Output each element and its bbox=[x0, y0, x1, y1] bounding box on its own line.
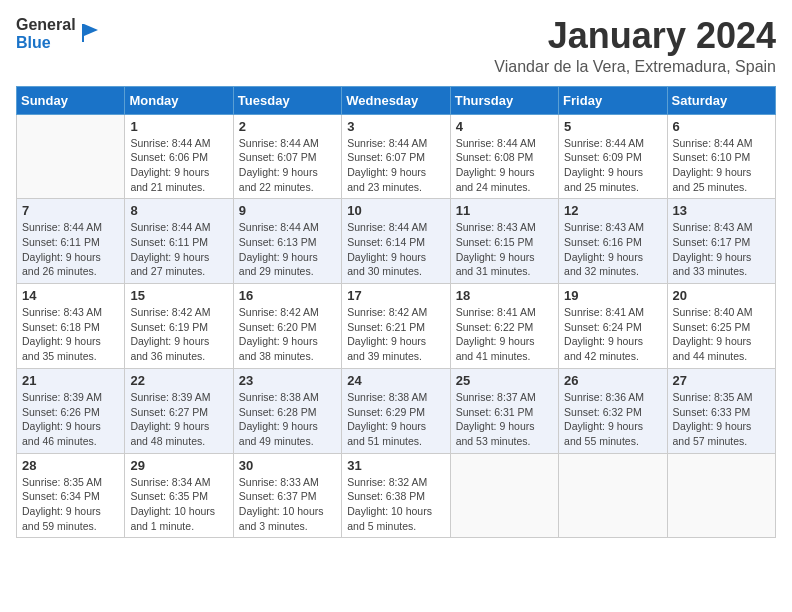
day-number: 9 bbox=[239, 203, 336, 218]
calendar-cell: 21Sunrise: 8:39 AMSunset: 6:26 PMDayligh… bbox=[17, 368, 125, 453]
day-info: Sunrise: 8:41 AMSunset: 6:22 PMDaylight:… bbox=[456, 305, 553, 364]
calendar-cell: 26Sunrise: 8:36 AMSunset: 6:32 PMDayligh… bbox=[559, 368, 667, 453]
day-info: Sunrise: 8:43 AMSunset: 6:16 PMDaylight:… bbox=[564, 220, 661, 279]
day-info: Sunrise: 8:43 AMSunset: 6:18 PMDaylight:… bbox=[22, 305, 119, 364]
weekday-header-wednesday: Wednesday bbox=[342, 86, 450, 114]
calendar-cell bbox=[17, 114, 125, 199]
calendar-cell: 14Sunrise: 8:43 AMSunset: 6:18 PMDayligh… bbox=[17, 284, 125, 369]
day-info: Sunrise: 8:37 AMSunset: 6:31 PMDaylight:… bbox=[456, 390, 553, 449]
day-number: 17 bbox=[347, 288, 444, 303]
day-info: Sunrise: 8:38 AMSunset: 6:29 PMDaylight:… bbox=[347, 390, 444, 449]
calendar-cell: 18Sunrise: 8:41 AMSunset: 6:22 PMDayligh… bbox=[450, 284, 558, 369]
calendar-cell: 16Sunrise: 8:42 AMSunset: 6:20 PMDayligh… bbox=[233, 284, 341, 369]
calendar-cell: 3Sunrise: 8:44 AMSunset: 6:07 PMDaylight… bbox=[342, 114, 450, 199]
day-info: Sunrise: 8:44 AMSunset: 6:08 PMDaylight:… bbox=[456, 136, 553, 195]
calendar-cell: 22Sunrise: 8:39 AMSunset: 6:27 PMDayligh… bbox=[125, 368, 233, 453]
calendar-cell: 6Sunrise: 8:44 AMSunset: 6:10 PMDaylight… bbox=[667, 114, 775, 199]
calendar-cell: 9Sunrise: 8:44 AMSunset: 6:13 PMDaylight… bbox=[233, 199, 341, 284]
calendar-cell: 5Sunrise: 8:44 AMSunset: 6:09 PMDaylight… bbox=[559, 114, 667, 199]
day-info: Sunrise: 8:44 AMSunset: 6:13 PMDaylight:… bbox=[239, 220, 336, 279]
calendar-table: SundayMondayTuesdayWednesdayThursdayFrid… bbox=[16, 86, 776, 539]
calendar-cell bbox=[450, 453, 558, 538]
day-number: 2 bbox=[239, 119, 336, 134]
calendar-cell: 19Sunrise: 8:41 AMSunset: 6:24 PMDayligh… bbox=[559, 284, 667, 369]
day-number: 21 bbox=[22, 373, 119, 388]
day-info: Sunrise: 8:44 AMSunset: 6:07 PMDaylight:… bbox=[239, 136, 336, 195]
calendar-cell: 12Sunrise: 8:43 AMSunset: 6:16 PMDayligh… bbox=[559, 199, 667, 284]
day-info: Sunrise: 8:44 AMSunset: 6:11 PMDaylight:… bbox=[22, 220, 119, 279]
day-number: 27 bbox=[673, 373, 770, 388]
day-info: Sunrise: 8:42 AMSunset: 6:20 PMDaylight:… bbox=[239, 305, 336, 364]
logo-flag-icon bbox=[78, 22, 100, 44]
day-info: Sunrise: 8:43 AMSunset: 6:15 PMDaylight:… bbox=[456, 220, 553, 279]
day-number: 4 bbox=[456, 119, 553, 134]
day-number: 8 bbox=[130, 203, 227, 218]
day-number: 13 bbox=[673, 203, 770, 218]
header: General Blue January 2024 Viandar de la … bbox=[16, 16, 776, 76]
calendar-cell bbox=[667, 453, 775, 538]
day-number: 11 bbox=[456, 203, 553, 218]
calendar-cell: 28Sunrise: 8:35 AMSunset: 6:34 PMDayligh… bbox=[17, 453, 125, 538]
calendar-week-row: 28Sunrise: 8:35 AMSunset: 6:34 PMDayligh… bbox=[17, 453, 776, 538]
day-info: Sunrise: 8:35 AMSunset: 6:34 PMDaylight:… bbox=[22, 475, 119, 534]
weekday-header-friday: Friday bbox=[559, 86, 667, 114]
calendar-cell: 4Sunrise: 8:44 AMSunset: 6:08 PMDaylight… bbox=[450, 114, 558, 199]
day-info: Sunrise: 8:44 AMSunset: 6:10 PMDaylight:… bbox=[673, 136, 770, 195]
day-number: 22 bbox=[130, 373, 227, 388]
day-number: 23 bbox=[239, 373, 336, 388]
calendar-cell: 29Sunrise: 8:34 AMSunset: 6:35 PMDayligh… bbox=[125, 453, 233, 538]
day-info: Sunrise: 8:35 AMSunset: 6:33 PMDaylight:… bbox=[673, 390, 770, 449]
logo-blue: Blue bbox=[16, 34, 51, 52]
day-info: Sunrise: 8:43 AMSunset: 6:17 PMDaylight:… bbox=[673, 220, 770, 279]
day-info: Sunrise: 8:42 AMSunset: 6:21 PMDaylight:… bbox=[347, 305, 444, 364]
day-number: 3 bbox=[347, 119, 444, 134]
calendar-cell: 25Sunrise: 8:37 AMSunset: 6:31 PMDayligh… bbox=[450, 368, 558, 453]
day-number: 12 bbox=[564, 203, 661, 218]
calendar-cell: 11Sunrise: 8:43 AMSunset: 6:15 PMDayligh… bbox=[450, 199, 558, 284]
calendar-cell: 23Sunrise: 8:38 AMSunset: 6:28 PMDayligh… bbox=[233, 368, 341, 453]
weekday-header-row: SundayMondayTuesdayWednesdayThursdayFrid… bbox=[17, 86, 776, 114]
calendar-cell: 1Sunrise: 8:44 AMSunset: 6:06 PMDaylight… bbox=[125, 114, 233, 199]
day-number: 25 bbox=[456, 373, 553, 388]
month-title: January 2024 bbox=[494, 16, 776, 56]
logo: General Blue bbox=[16, 16, 100, 51]
day-number: 1 bbox=[130, 119, 227, 134]
calendar-cell bbox=[559, 453, 667, 538]
day-info: Sunrise: 8:44 AMSunset: 6:07 PMDaylight:… bbox=[347, 136, 444, 195]
calendar-cell: 13Sunrise: 8:43 AMSunset: 6:17 PMDayligh… bbox=[667, 199, 775, 284]
logo-general: General bbox=[16, 16, 76, 34]
day-info: Sunrise: 8:41 AMSunset: 6:24 PMDaylight:… bbox=[564, 305, 661, 364]
day-number: 6 bbox=[673, 119, 770, 134]
day-info: Sunrise: 8:44 AMSunset: 6:06 PMDaylight:… bbox=[130, 136, 227, 195]
calendar-cell: 24Sunrise: 8:38 AMSunset: 6:29 PMDayligh… bbox=[342, 368, 450, 453]
calendar-cell: 7Sunrise: 8:44 AMSunset: 6:11 PMDaylight… bbox=[17, 199, 125, 284]
calendar-cell: 20Sunrise: 8:40 AMSunset: 6:25 PMDayligh… bbox=[667, 284, 775, 369]
calendar-week-row: 14Sunrise: 8:43 AMSunset: 6:18 PMDayligh… bbox=[17, 284, 776, 369]
day-number: 20 bbox=[673, 288, 770, 303]
day-number: 19 bbox=[564, 288, 661, 303]
calendar-cell: 17Sunrise: 8:42 AMSunset: 6:21 PMDayligh… bbox=[342, 284, 450, 369]
day-number: 28 bbox=[22, 458, 119, 473]
calendar-cell: 2Sunrise: 8:44 AMSunset: 6:07 PMDaylight… bbox=[233, 114, 341, 199]
calendar-cell: 31Sunrise: 8:32 AMSunset: 6:38 PMDayligh… bbox=[342, 453, 450, 538]
day-number: 14 bbox=[22, 288, 119, 303]
day-number: 30 bbox=[239, 458, 336, 473]
calendar-week-row: 7Sunrise: 8:44 AMSunset: 6:11 PMDaylight… bbox=[17, 199, 776, 284]
weekday-header-tuesday: Tuesday bbox=[233, 86, 341, 114]
day-info: Sunrise: 8:34 AMSunset: 6:35 PMDaylight:… bbox=[130, 475, 227, 534]
day-info: Sunrise: 8:32 AMSunset: 6:38 PMDaylight:… bbox=[347, 475, 444, 534]
day-number: 31 bbox=[347, 458, 444, 473]
day-number: 24 bbox=[347, 373, 444, 388]
day-info: Sunrise: 8:36 AMSunset: 6:32 PMDaylight:… bbox=[564, 390, 661, 449]
day-number: 7 bbox=[22, 203, 119, 218]
day-info: Sunrise: 8:44 AMSunset: 6:14 PMDaylight:… bbox=[347, 220, 444, 279]
weekday-header-sunday: Sunday bbox=[17, 86, 125, 114]
calendar-cell: 8Sunrise: 8:44 AMSunset: 6:11 PMDaylight… bbox=[125, 199, 233, 284]
day-info: Sunrise: 8:39 AMSunset: 6:26 PMDaylight:… bbox=[22, 390, 119, 449]
day-number: 26 bbox=[564, 373, 661, 388]
day-number: 29 bbox=[130, 458, 227, 473]
weekday-header-thursday: Thursday bbox=[450, 86, 558, 114]
day-info: Sunrise: 8:42 AMSunset: 6:19 PMDaylight:… bbox=[130, 305, 227, 364]
svg-marker-0 bbox=[84, 24, 98, 36]
calendar-week-row: 1Sunrise: 8:44 AMSunset: 6:06 PMDaylight… bbox=[17, 114, 776, 199]
